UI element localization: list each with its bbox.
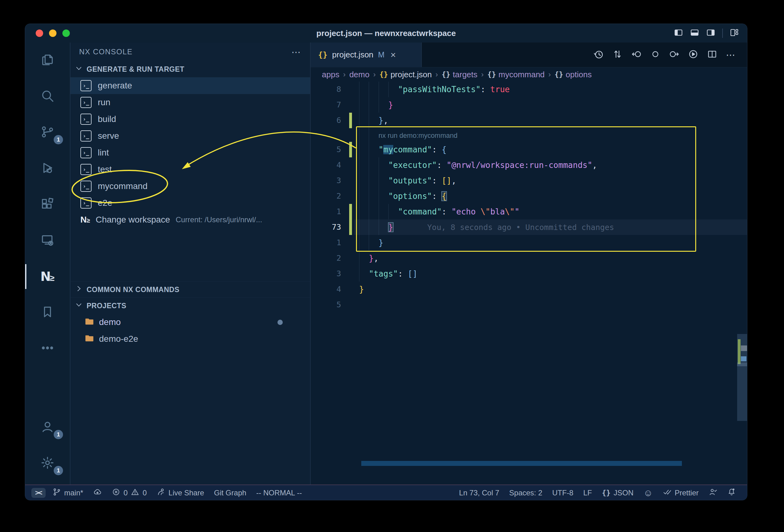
sidebar-item-serve[interactable]: ›_serve (71, 128, 310, 144)
activity-item-extensions[interactable] (25, 187, 70, 223)
terminal-icon: ›_ (80, 147, 91, 158)
code-editor[interactable]: 8"passWithNoTests": true7}6},nx run demo… (311, 82, 747, 484)
split-editor-icon[interactable] (707, 49, 717, 60)
status-git-branch[interactable]: main* (48, 487, 88, 498)
terminal-icon: ›_ (80, 97, 91, 108)
breadcrumb-item-targets[interactable]: {}targets (442, 70, 477, 80)
activity-item-run-and-debug[interactable] (25, 150, 70, 187)
nx-console-sidebar: NX CONSOLE ⋯ GENERATE & RUN TARGET ›_gen… (71, 43, 311, 484)
indent-guide (359, 219, 369, 235)
open-change-icon[interactable] (650, 49, 661, 60)
compare-changes-icon[interactable] (612, 49, 623, 60)
status-remote-indicator[interactable]: >< (31, 488, 46, 498)
layout-controls (674, 28, 747, 38)
activity-item-explorer[interactable] (25, 43, 70, 79)
run-icon[interactable] (688, 49, 698, 60)
status-prettier[interactable]: Prettier (658, 487, 704, 498)
token: "options" (388, 192, 432, 201)
section-common-nx-commands[interactable]: COMMON NX COMMANDS (71, 282, 310, 298)
vertical-scrollbar-track[interactable] (737, 82, 747, 484)
horizontal-scrollbar[interactable] (361, 461, 682, 466)
toggle-panel-bottom-icon[interactable] (690, 28, 699, 38)
token: : (432, 192, 442, 201)
badge-count: 1 (54, 135, 63, 144)
status-live-share[interactable]: Live Share (152, 487, 209, 498)
titlebar-separator (722, 29, 723, 38)
activity-item-search[interactable] (25, 79, 70, 115)
status-eol[interactable]: LF (578, 488, 597, 497)
code-line: 1"command": "echo \"bla\"" (311, 204, 747, 219)
section-projects[interactable]: PROJECTS (71, 298, 310, 314)
activity-item-more-views[interactable] (25, 331, 70, 367)
status-vim-mode[interactable]: -- NORMAL -- (251, 488, 307, 497)
sidebar-item-change-workspace[interactable]: N≥ Change workspace Current: /Users/juri… (71, 212, 310, 228)
more-actions-icon[interactable]: ⋯ (726, 49, 736, 60)
sidebar-more-actions-icon[interactable]: ⋯ (291, 47, 301, 57)
sidebar-item-lint[interactable]: ›_lint (71, 144, 310, 161)
next-change-icon[interactable] (669, 49, 679, 60)
activity-item-settings[interactable]: 1 (25, 445, 70, 481)
overview-change-marker (738, 339, 740, 364)
activity-item-source-control[interactable]: 1 (25, 115, 70, 150)
status-live-share-contact[interactable] (704, 487, 722, 498)
section-generate-run-target[interactable]: GENERATE & RUN TARGET (71, 61, 310, 77)
status-cursor-position[interactable]: Ln 73, Col 7 (454, 488, 504, 497)
status-label: 0 (142, 488, 146, 497)
sidebar-item-generate[interactable]: ›_generate (71, 77, 310, 94)
status-problems[interactable]: 00 (107, 487, 152, 498)
activity-debug-icon (40, 161, 55, 176)
status-indentation[interactable]: Spaces: 2 (504, 488, 548, 497)
sidebar-item-test[interactable]: ›_test (71, 161, 310, 178)
breadcrumb-item-options[interactable]: {}options (555, 70, 592, 80)
activity-item-bookmarks[interactable] (25, 295, 70, 331)
token: "outputs" (388, 176, 432, 185)
status-label: Prettier (675, 488, 699, 497)
token: : (437, 161, 446, 170)
indent-guide (359, 204, 369, 219)
indent-guide (369, 128, 379, 142)
project-item-demo-e2e[interactable]: demo-e2e (71, 331, 310, 347)
zoom-window-button[interactable] (62, 29, 70, 37)
status-publish[interactable] (88, 487, 107, 498)
activity-account-icon (40, 420, 55, 435)
tab-project-json[interactable]: {} project.json M × (311, 43, 422, 67)
toggle-panel-left-icon[interactable] (674, 28, 683, 38)
sidebar-item-e2e[interactable]: ›_e2e (71, 195, 310, 212)
project-label: demo-e2e (99, 334, 138, 344)
status-encoding[interactable]: UTF-8 (547, 488, 578, 497)
activity-item-remote-explorer[interactable] (25, 223, 70, 258)
breadcrumb-item-project.json[interactable]: {}project.json (379, 70, 432, 80)
status-git-graph[interactable]: Git Graph (209, 488, 251, 497)
token: "echo (451, 207, 480, 216)
token: command" (393, 145, 432, 154)
gutter-line-number: 4 (311, 282, 354, 297)
indent-guide (379, 97, 388, 113)
codelens-run-command[interactable]: nx run demo:mycommand (379, 132, 457, 139)
status-language-mode[interactable]: {}JSON (597, 488, 639, 497)
toggle-panel-right-icon[interactable] (706, 28, 716, 38)
token: } (379, 116, 384, 125)
previous-change-icon[interactable] (631, 49, 642, 60)
close-window-button[interactable] (36, 29, 43, 37)
breadcrumb-item-apps[interactable]: apps (322, 70, 339, 80)
status-feedback[interactable]: ☺ (639, 488, 658, 498)
activity-item-nx-console[interactable]: N≥ (25, 258, 70, 295)
vertical-scrollbar-thumb[interactable] (737, 334, 747, 421)
minimize-window-button[interactable] (49, 29, 56, 37)
smiley-icon: ☺ (643, 488, 653, 498)
breadcrumb-item-demo[interactable]: demo (349, 70, 369, 80)
sidebar-item-build[interactable]: ›_build (71, 111, 310, 128)
sidebar-item-run[interactable]: ›_run (71, 94, 310, 111)
activity-item-accounts[interactable]: 1 (25, 410, 70, 445)
breadcrumb-item-mycommand[interactable]: {}mycommand (487, 70, 545, 80)
token: , (451, 176, 456, 185)
code-line: 5"mycommand": { (311, 142, 747, 157)
timeline-icon[interactable] (593, 49, 604, 60)
status-notifications[interactable] (722, 487, 741, 498)
close-tab-icon[interactable]: × (390, 50, 396, 60)
token: \" (505, 207, 514, 216)
indent-guide (359, 157, 369, 173)
sidebar-item-mycommand[interactable]: ›_mycommand (71, 178, 310, 195)
project-item-demo[interactable]: demo (71, 314, 310, 331)
customize-layout-icon[interactable] (730, 28, 739, 38)
